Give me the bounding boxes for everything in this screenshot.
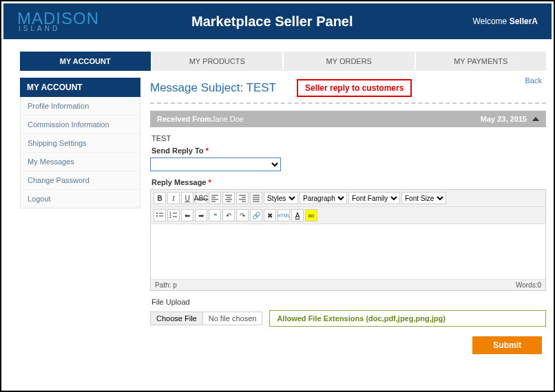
welcome-text: Welcome SellerA bbox=[473, 17, 538, 26]
underline-button[interactable]: U bbox=[181, 192, 193, 204]
file-status: No file chosen bbox=[203, 312, 262, 325]
chevron-up-icon bbox=[532, 117, 539, 121]
seller-reply-callout: Seller reply to customers bbox=[297, 79, 412, 97]
font-family-select[interactable]: Font Family bbox=[348, 192, 400, 204]
submit-button[interactable]: Submit bbox=[472, 336, 542, 354]
message-body: TEST bbox=[151, 134, 545, 142]
sidebar-heading: MY ACCOUNT bbox=[20, 78, 140, 97]
link-button[interactable]: 🔗 bbox=[250, 209, 262, 221]
sidebar-item-logout[interactable]: Logout bbox=[21, 190, 140, 208]
editor-toolbar-row-1: B I U ABC Styles Paragraph Font Family F… bbox=[151, 190, 545, 207]
sidebar: MY ACCOUNT Profile Information Commissio… bbox=[20, 78, 140, 354]
undo-button[interactable]: ↶ bbox=[222, 209, 235, 221]
send-reply-to-select[interactable] bbox=[150, 157, 281, 171]
outdent-button[interactable]: ⬅ bbox=[181, 209, 193, 221]
align-justify-button[interactable] bbox=[250, 192, 262, 204]
font-size-select[interactable]: Font Size bbox=[401, 192, 446, 204]
bold-button[interactable]: B bbox=[154, 192, 166, 204]
welcome-user: SellerA bbox=[510, 17, 538, 26]
unlink-button[interactable]: ✖ bbox=[264, 209, 276, 221]
editor-footer: Path: p Words:0 bbox=[151, 279, 545, 290]
sidebar-item-messages[interactable]: My Messages bbox=[21, 153, 140, 171]
received-from-name: Jane Doe bbox=[211, 115, 244, 123]
svg-point-0 bbox=[156, 213, 158, 214]
align-right-button[interactable] bbox=[236, 192, 249, 204]
tab-my-account[interactable]: MY ACCOUNT bbox=[20, 52, 151, 71]
editor-textarea[interactable] bbox=[151, 224, 545, 279]
app-header: MADISON ISLAND Marketplace Seller Panel … bbox=[3, 3, 552, 39]
svg-point-1 bbox=[156, 215, 158, 217]
html-button[interactable]: HTML bbox=[278, 209, 290, 221]
align-center-button[interactable] bbox=[222, 192, 235, 204]
strike-button[interactable]: ABC bbox=[195, 192, 207, 204]
bullet-list-button[interactable] bbox=[154, 209, 166, 221]
send-reply-to-label: Send Reply To * bbox=[151, 146, 545, 155]
reply-message-label: Reply Message * bbox=[151, 178, 545, 186]
number-list-button[interactable]: 12 bbox=[167, 209, 180, 221]
align-left-button[interactable] bbox=[209, 192, 221, 204]
allowed-extensions: Allowed File Extensions (doc,pdf,jpeg,pn… bbox=[269, 310, 546, 327]
italic-button[interactable]: I bbox=[167, 192, 180, 204]
main-tabs: MY ACCOUNT MY PRODUCTS MY ORDERS MY PAYM… bbox=[3, 52, 552, 71]
rich-text-editor: B I U ABC Styles Paragraph Font Family F… bbox=[150, 189, 546, 291]
styles-select[interactable]: Styles bbox=[264, 192, 298, 204]
sidebar-item-profile[interactable]: Profile Information bbox=[21, 97, 140, 116]
tab-my-payments[interactable]: MY PAYMENTS bbox=[416, 52, 547, 71]
back-link[interactable]: Back bbox=[525, 76, 542, 85]
choose-file-button[interactable]: Choose File bbox=[151, 312, 203, 325]
received-from-label: Received From bbox=[157, 115, 211, 123]
file-upload-label: File Upload bbox=[151, 298, 545, 306]
indent-button[interactable]: ➡ bbox=[195, 209, 207, 221]
divider bbox=[150, 102, 546, 104]
received-date: May 23, 2015 bbox=[481, 115, 527, 123]
file-input[interactable]: Choose File No file chosen bbox=[150, 312, 262, 325]
message-subject: Message Subject: TEST bbox=[150, 81, 276, 95]
svg-text:2: 2 bbox=[169, 215, 171, 219]
editor-toolbar-row-2: 12 ⬅ ➡ ❝ ↶ ↷ 🔗 ✖ HTML A ab bbox=[151, 207, 545, 224]
text-color-button[interactable]: A bbox=[291, 209, 304, 221]
blockquote-button[interactable]: ❝ bbox=[209, 209, 221, 221]
sidebar-item-password[interactable]: Change Password bbox=[21, 171, 140, 190]
sidebar-item-commission[interactable]: Commission Information bbox=[21, 116, 140, 134]
main-content: Back Message Subject: TEST Seller reply … bbox=[150, 78, 546, 354]
page-title: Marketplace Seller Panel bbox=[72, 14, 472, 30]
editor-word-count: Words:0 bbox=[516, 281, 541, 289]
sidebar-item-shipping[interactable]: Shipping Settings bbox=[21, 134, 140, 153]
accordion-header[interactable]: Received FromJane Doe May 23, 2015 bbox=[150, 111, 546, 127]
tab-my-orders[interactable]: MY ORDERS bbox=[284, 52, 415, 71]
tab-my-products[interactable]: MY PRODUCTS bbox=[152, 52, 283, 71]
redo-button[interactable]: ↷ bbox=[236, 209, 249, 221]
bg-color-button[interactable]: ab bbox=[305, 209, 317, 221]
editor-path: Path: p bbox=[155, 281, 177, 289]
paragraph-select[interactable]: Paragraph bbox=[300, 192, 347, 204]
